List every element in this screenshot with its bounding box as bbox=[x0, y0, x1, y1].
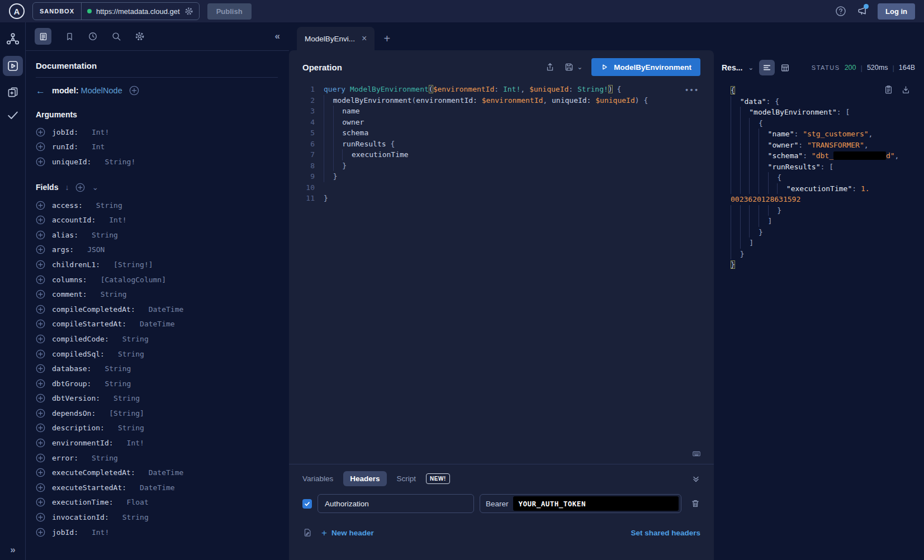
add-field-icon[interactable] bbox=[36, 275, 45, 284]
add-field-icon[interactable] bbox=[36, 468, 45, 477]
format-raw-view-button[interactable] bbox=[759, 60, 775, 75]
add-field-icon[interactable] bbox=[36, 528, 45, 537]
back-icon[interactable]: ← bbox=[36, 86, 45, 96]
add-field-icon[interactable] bbox=[36, 290, 45, 299]
add-field-icon[interactable] bbox=[36, 230, 45, 240]
add-field-icon[interactable] bbox=[36, 157, 45, 167]
help-icon[interactable] bbox=[835, 6, 846, 17]
field-item[interactable]: childrenL1: [String!] bbox=[36, 257, 278, 272]
add-field-icon[interactable] bbox=[36, 349, 45, 359]
argument-item[interactable]: jobId: Int! bbox=[36, 125, 278, 140]
add-fields-icon[interactable] bbox=[75, 183, 85, 192]
header-name-input[interactable] bbox=[318, 494, 474, 513]
schema-graph-icon[interactable] bbox=[6, 32, 20, 46]
field-item[interactable]: comment: String bbox=[36, 287, 278, 302]
expand-rail-icon[interactable]: » bbox=[0, 544, 26, 556]
header-value-field[interactable]: Bearer YOUR_AUTH_TOKEN bbox=[480, 494, 681, 513]
field-item[interactable]: environmentId: Int! bbox=[36, 435, 278, 450]
add-field-icon[interactable] bbox=[36, 245, 45, 254]
preserve-headers-icon[interactable] bbox=[302, 528, 312, 538]
add-field-icon[interactable] bbox=[36, 393, 45, 403]
field-item[interactable]: error: String bbox=[36, 450, 278, 466]
checks-icon[interactable] bbox=[6, 108, 20, 122]
sort-fields-icon[interactable]: ↓ bbox=[65, 183, 69, 191]
add-field-icon[interactable] bbox=[36, 483, 45, 492]
argument-item[interactable]: runId: Int bbox=[36, 140, 278, 155]
run-operation-button[interactable]: ModelByEnvironment bbox=[591, 58, 700, 76]
explorer-nav-button[interactable] bbox=[3, 56, 23, 76]
collapse-bottom-panel-icon[interactable] bbox=[691, 474, 700, 483]
add-field-icon[interactable] bbox=[36, 215, 45, 225]
announcements-button[interactable] bbox=[856, 6, 868, 17]
response-dropdown-chevron-icon[interactable]: ⌄ bbox=[748, 64, 754, 71]
add-all-fields-icon[interactable] bbox=[129, 86, 139, 96]
field-item[interactable]: compileCompletedAt: DateTime bbox=[36, 302, 278, 317]
argument-item[interactable]: uniqueId: String! bbox=[36, 154, 278, 169]
close-tab-icon[interactable]: × bbox=[362, 34, 367, 43]
documentation-tab-button[interactable] bbox=[35, 28, 51, 45]
collapse-doc-panel-icon[interactable]: « bbox=[275, 31, 280, 42]
header-enabled-checkbox[interactable] bbox=[302, 499, 312, 509]
field-item[interactable]: dbtGroup: String bbox=[36, 376, 278, 391]
operation-tab[interactable]: ModelByEnvi... × bbox=[297, 27, 375, 50]
field-item[interactable]: compileStartedAt: DateTime bbox=[36, 317, 278, 332]
response-dropdown[interactable]: Res... bbox=[722, 63, 742, 72]
add-field-icon[interactable] bbox=[36, 260, 45, 269]
share-operation-icon[interactable] bbox=[545, 62, 555, 72]
add-field-icon[interactable] bbox=[36, 438, 45, 448]
set-shared-headers-link[interactable]: Set shared headers bbox=[631, 529, 700, 537]
field-item[interactable]: compiledSql: String bbox=[36, 347, 278, 362]
field-item[interactable]: executeStartedAt: DateTime bbox=[36, 480, 278, 495]
field-item[interactable]: invocationId: String bbox=[36, 510, 278, 525]
add-field-icon[interactable] bbox=[36, 409, 45, 418]
copy-response-icon[interactable] bbox=[884, 85, 893, 94]
add-field-icon[interactable] bbox=[36, 201, 45, 210]
collapse-fields-icon[interactable]: ⌄ bbox=[92, 183, 98, 191]
save-dropdown-chevron-icon[interactable]: ⌄ bbox=[577, 64, 582, 70]
field-item[interactable]: accountId: Int! bbox=[36, 212, 278, 227]
field-item[interactable]: columns: [CatalogColumn] bbox=[36, 272, 278, 287]
field-item[interactable]: executionTime: Float bbox=[36, 495, 278, 510]
login-button[interactable]: Log in bbox=[878, 3, 915, 20]
field-item[interactable]: alias: String bbox=[36, 227, 278, 243]
field-item[interactable]: dbtVersion: String bbox=[36, 391, 278, 406]
tab-variables[interactable]: Variables bbox=[302, 474, 333, 483]
endpoint-url-field[interactable]: https://metadata.cloud.get bbox=[82, 7, 199, 16]
endpoint-settings-gear-icon[interactable] bbox=[184, 7, 193, 16]
new-tab-button[interactable]: + bbox=[377, 33, 397, 44]
breadcrumb-type-name[interactable]: ModelNode bbox=[81, 86, 122, 95]
add-field-icon[interactable] bbox=[36, 334, 45, 344]
field-item[interactable]: compiledCode: String bbox=[36, 331, 278, 347]
delete-header-button[interactable] bbox=[690, 499, 700, 509]
field-item[interactable]: jobId: Int! bbox=[36, 525, 278, 540]
add-field-icon[interactable] bbox=[36, 423, 45, 433]
table-view-icon[interactable] bbox=[780, 63, 790, 73]
add-field-icon[interactable] bbox=[36, 512, 45, 522]
endpoint-url-text[interactable]: https://metadata.cloud.get bbox=[96, 7, 180, 16]
field-item[interactable]: access: String bbox=[36, 198, 278, 213]
field-item[interactable]: database: String bbox=[36, 361, 278, 376]
add-field-icon[interactable] bbox=[36, 142, 45, 151]
field-item[interactable]: description: String bbox=[36, 421, 278, 436]
publish-button[interactable]: Publish bbox=[207, 3, 252, 20]
response-body[interactable]: {"data": {"modelByEnvironment": [{"name"… bbox=[722, 77, 915, 270]
history-icon[interactable] bbox=[88, 31, 98, 41]
tab-script[interactable]: Script bbox=[397, 474, 416, 483]
bookmarks-icon[interactable] bbox=[65, 32, 74, 41]
field-item[interactable]: args: JSON bbox=[36, 243, 278, 258]
explorer-settings-gear-icon[interactable] bbox=[135, 31, 145, 41]
tab-headers[interactable]: Headers bbox=[343, 471, 386, 486]
keyboard-shortcuts-icon[interactable] bbox=[690, 449, 703, 458]
add-field-icon[interactable] bbox=[36, 127, 45, 137]
add-field-icon[interactable] bbox=[36, 319, 45, 329]
add-field-icon[interactable] bbox=[36, 453, 45, 463]
add-field-icon[interactable] bbox=[36, 497, 45, 507]
add-field-icon[interactable] bbox=[36, 364, 45, 373]
add-field-icon[interactable] bbox=[36, 379, 45, 388]
search-icon[interactable] bbox=[111, 31, 121, 41]
operation-collections-icon[interactable] bbox=[7, 86, 19, 98]
save-operation-icon[interactable] bbox=[564, 62, 574, 72]
download-response-icon[interactable] bbox=[901, 85, 911, 94]
field-item[interactable]: dependsOn: [String] bbox=[36, 406, 278, 421]
new-header-button[interactable]: + New header bbox=[321, 528, 374, 538]
